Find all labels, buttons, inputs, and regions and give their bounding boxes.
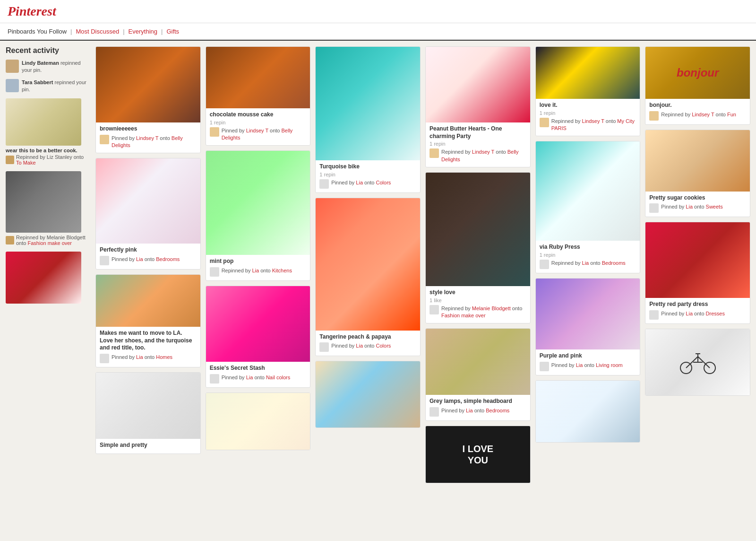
pin-image-window[interactable] bbox=[536, 381, 640, 442]
pin-card-mint-pop: mint pop Repinned by Lia onto Kitchens bbox=[206, 150, 311, 281]
pin-image-style-love[interactable] bbox=[426, 173, 530, 286]
sidebar-pin-1: wear this to be a better cook. Repinned … bbox=[6, 98, 90, 166]
pin-user-link-ruby-press[interactable]: Lia bbox=[582, 260, 589, 266]
pin-info-red-dress: Pretty red party dress Pinned by Lia ont… bbox=[645, 298, 750, 323]
pin-board-link-sugar-cookies[interactable]: Sweets bbox=[706, 204, 723, 209]
pin-card-turquoise-bike: Turquoise bike 1 repin Pinned by Lia ont… bbox=[315, 46, 421, 193]
pin-meta-avatar-vintage bbox=[100, 354, 109, 363]
pin-meta-text-red-dress: Pinned by Lia onto Dresses bbox=[661, 310, 725, 317]
pin-board-link-purple-pink[interactable]: Living room bbox=[596, 362, 623, 368]
nav-gifts[interactable]: Gifts bbox=[166, 28, 179, 35]
pin-image-sugar-cookies[interactable] bbox=[645, 130, 750, 192]
pin-info-bonjour: bonjour. Repinned by Lindsey T onto Fun bbox=[645, 99, 750, 124]
pin-image-love-it[interactable] bbox=[536, 47, 640, 99]
pin-image-chocolate-mousse[interactable] bbox=[206, 47, 310, 108]
pin-image-frames[interactable] bbox=[316, 361, 420, 428]
pin-image-mint-pop[interactable] bbox=[206, 151, 310, 255]
pin-board-link-grey-lamps[interactable]: Bedrooms bbox=[486, 408, 509, 413]
pin-info-tattoo: Simple and pretty bbox=[96, 439, 200, 454]
pin-meta-purple-pink: Pinned by Lia onto Living room bbox=[540, 362, 636, 371]
sidebar: Recent activity Lindy Bateman repinned y… bbox=[6, 46, 90, 483]
pin-board-link-turquoise-bike[interactable]: Colors bbox=[376, 180, 391, 185]
pin-title-style-love: style love bbox=[430, 289, 526, 297]
activity-user-1[interactable]: Lindy Bateman bbox=[22, 60, 59, 66]
pin-board-link-vintage[interactable]: Homes bbox=[156, 354, 172, 360]
pin-user-link-grey-lamps[interactable]: Lia bbox=[466, 408, 473, 413]
sidebar-pin-3 bbox=[6, 252, 90, 304]
nav-most-discussed[interactable]: Most Discussed bbox=[76, 28, 119, 35]
pin-meta-avatar-essie bbox=[210, 374, 219, 384]
pin-image-red-dress[interactable] bbox=[645, 222, 750, 298]
sidebar-meta-board-1[interactable]: To Make bbox=[16, 160, 36, 166]
pin-meta-avatar-red-dress bbox=[649, 310, 659, 320]
pin-card-pb-hearts: Peanut Butter Hearts - One charming Part… bbox=[425, 46, 531, 167]
activity-avatar-1 bbox=[6, 60, 19, 73]
pin-board-link-mint-pop[interactable]: Kitchens bbox=[272, 268, 292, 273]
bike-illustration bbox=[679, 348, 717, 376]
pin-meta-grey-lamps: Pinned by Lia onto Bedrooms bbox=[430, 407, 526, 417]
pin-user-link-style-love[interactable]: Melanie Blodgett bbox=[472, 305, 511, 311]
pin-image-tangerine[interactable] bbox=[316, 198, 420, 331]
pin-info-brownieeeees: brownieeeees Pinned by Lindsey T onto Be… bbox=[96, 122, 200, 153]
pin-repins-ruby-press: 1 repin bbox=[540, 252, 636, 258]
sidebar-pin-image-2[interactable] bbox=[6, 171, 81, 233]
pin-image-vintage[interactable] bbox=[96, 275, 200, 327]
pin-board-link-essie[interactable]: Nail colors bbox=[266, 375, 290, 380]
pin-image-bike2[interactable] bbox=[645, 329, 750, 395]
pin-info-chocolate-mousse: chocolate mousse cake 1 repin Pinned by … bbox=[206, 108, 310, 145]
pin-card-window bbox=[535, 380, 641, 443]
pin-image-necklace[interactable] bbox=[206, 393, 310, 450]
logo[interactable]: Pinterest bbox=[8, 4, 56, 19]
sidebar-meta-board-2[interactable]: Fashion make over bbox=[27, 240, 72, 246]
pin-user-link-vintage[interactable]: Lia bbox=[136, 354, 143, 360]
pin-image-i-love-you[interactable]: I LOVEYOU bbox=[426, 426, 530, 483]
pin-column-3: Turquoise bike 1 repin Pinned by Lia ont… bbox=[315, 46, 421, 483]
pin-image-brownieeeees[interactable] bbox=[96, 47, 200, 122]
pin-user-link-pb-hearts[interactable]: Lindsey T bbox=[472, 149, 494, 155]
pin-user-link-chocolate-mousse[interactable]: Lindsey T bbox=[246, 128, 268, 133]
pin-user-link-mint-pop[interactable]: Lia bbox=[252, 268, 259, 273]
pin-image-tattoo[interactable] bbox=[96, 373, 200, 439]
pin-user-link-essie[interactable]: Lia bbox=[246, 375, 253, 380]
pin-title-mint-pop: mint pop bbox=[210, 258, 307, 265]
pin-meta-avatar-perfectly-pink bbox=[100, 256, 109, 265]
pin-repins-love-it: 1 repin bbox=[540, 110, 636, 116]
pin-image-purple-pink[interactable] bbox=[536, 279, 640, 349]
separator-2: | bbox=[123, 28, 124, 35]
pin-image-bonjour[interactable]: bonjour bbox=[645, 47, 750, 99]
pin-repins-chocolate-mousse: 1 repin bbox=[210, 120, 307, 125]
pin-meta-brownieeeees: Pinned by Lindsey T onto Belly Delights bbox=[100, 135, 197, 149]
sidebar-pin-image-1[interactable] bbox=[6, 98, 81, 146]
pin-board-link-bonjour[interactable]: Fun bbox=[727, 112, 736, 117]
pin-image-grey-lamps[interactable] bbox=[426, 329, 530, 395]
pin-user-link-tangerine[interactable]: Lia bbox=[356, 343, 363, 349]
pin-image-perfectly-pink[interactable] bbox=[96, 158, 200, 244]
pin-board-link-perfectly-pink[interactable]: Bedrooms bbox=[156, 256, 180, 262]
pin-user-link-perfectly-pink[interactable]: Lia bbox=[136, 256, 143, 262]
pin-board-link-red-dress[interactable]: Dresses bbox=[706, 311, 725, 316]
pin-user-link-love-it[interactable]: Lindsey T bbox=[582, 118, 604, 124]
pin-info-love-it: love it. 1 repin Repinned by Lindsey T o… bbox=[536, 99, 640, 136]
pin-board-link-tangerine[interactable]: Colors bbox=[376, 343, 391, 349]
pin-user-link-purple-pink[interactable]: Lia bbox=[576, 362, 583, 368]
pin-meta-tangerine: Pinned by Lia onto Colors bbox=[319, 342, 416, 352]
pin-image-essie[interactable] bbox=[206, 286, 310, 362]
pin-user-link-red-dress[interactable]: Lia bbox=[686, 311, 693, 316]
pin-image-turquoise-bike[interactable] bbox=[316, 47, 420, 160]
pin-user-link-brownieeeees[interactable]: Lindsey T bbox=[136, 135, 158, 141]
nav-everything[interactable]: Everything bbox=[129, 28, 157, 35]
sidebar-pin-image-3[interactable] bbox=[6, 252, 81, 304]
pin-meta-mint-pop: Repinned by Lia onto Kitchens bbox=[210, 267, 307, 277]
pin-card-brownieeeees: brownieeeees Pinned by Lindsey T onto Be… bbox=[95, 46, 201, 153]
pin-meta-avatar-purple-pink bbox=[540, 362, 549, 371]
activity-user-2[interactable]: Tara Sabbert bbox=[22, 79, 53, 85]
pin-user-link-sugar-cookies[interactable]: Lia bbox=[686, 204, 693, 209]
pin-user-link-turquoise-bike[interactable]: Lia bbox=[356, 180, 363, 185]
pin-user-link-bonjour[interactable]: Lindsey T bbox=[692, 112, 714, 117]
pin-image-ruby-press[interactable] bbox=[536, 141, 640, 241]
pin-board-link-style-love[interactable]: Fashion make over bbox=[441, 313, 486, 318]
pin-card-perfectly-pink: Perfectly pink Pinned by Lia onto Bedroo… bbox=[95, 158, 201, 270]
pin-image-pb-hearts[interactable] bbox=[426, 47, 530, 122]
pin-info-essie: Essie's Secret Stash Pinned by Lia onto … bbox=[206, 362, 310, 387]
pin-board-link-ruby-press[interactable]: Bedrooms bbox=[602, 260, 626, 266]
